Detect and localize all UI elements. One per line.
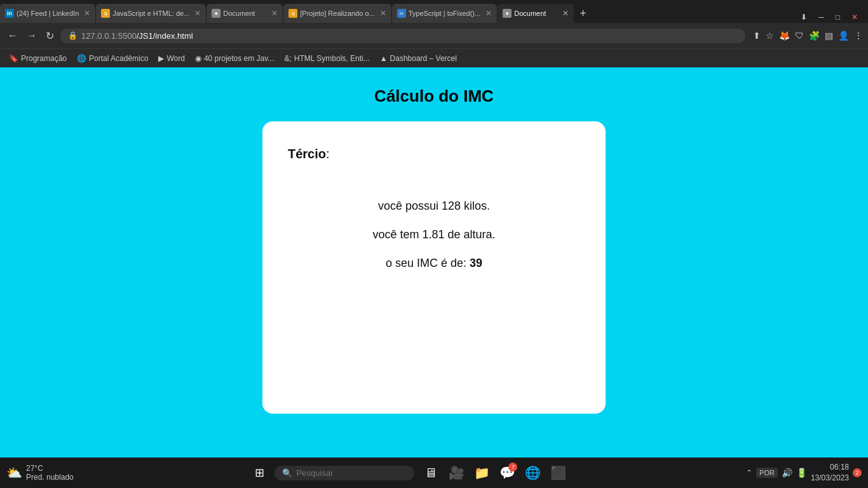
search-input[interactable] [296,468,407,478]
taskbar-right: ⌃ POR 🔊 🔋 06:18 13/03/2023 2 [746,462,862,484]
taskbar-app-meet[interactable]: 🎥 [445,461,468,484]
tab-favicon-linkedin: in [5,9,14,18]
bookmark-label-programacao: Programação [21,54,67,63]
reload-button[interactable]: ↻ [43,29,57,43]
tab-favicon-js-html: a [101,9,110,18]
bookmark-label-portal: Portal Acadêmico [89,54,148,63]
weather-condition: Pred. nublado [26,473,74,482]
forward-button[interactable]: → [24,29,39,43]
tab-favicon-doc1: ● [212,9,220,18]
bookmark-html-symbols[interactable]: &; HTML Symbols, Enti... [280,53,373,64]
tab-label-linkedin: (24) Feed | LinkedIn [17,10,79,17]
bookmark-icon-portal: 🌐 [77,54,86,63]
new-tab-button[interactable]: + [574,7,592,20]
weight-line: você possui 128 kilos. [378,200,490,213]
lock-icon: 🔒 [68,31,78,40]
bookmark-star-icon[interactable]: ☆ [766,30,774,41]
brave-shield-icon[interactable]: 🛡 [795,30,804,41]
taskbar-app-whatsapp[interactable]: 💬 7 [496,461,519,484]
page-content: Cálculo do IMC Tércio: você possui 128 k… [0,67,868,458]
weather-info: 27°C Pred. nublado [26,464,74,482]
taskbar-app-chrome[interactable]: 🌐 [521,461,544,484]
avatar-icon[interactable]: 👤 [838,30,849,41]
tab-close-typescript[interactable]: ✕ [485,9,492,18]
tab-favicon-typescript: ∞ [397,9,406,18]
tab-projeto[interactable]: a [Projeto] Realizando o... ✕ [283,4,391,23]
taskbar: ⛅ 27°C Pred. nublado ⊞ 🔍 🖥 🎥 📁 💬 7 🌐 [0,458,868,488]
clock-time: 06:18 [811,462,849,473]
bookmark-label-word: Word [166,54,184,63]
window-controls: ⬇ ─ □ ✕ [790,11,868,23]
bookmark-label-html-symbols: HTML Symbols, Enti... [294,54,370,63]
bookmark-icon-40projetos: ◉ [195,54,201,63]
toolbar-icons: ⬆ ☆ 🦊 🛡 🧩 ▤ 👤 ⋮ [753,30,863,41]
tab-label-document: Document [514,10,557,17]
tab-favicon-projeto: a [288,9,297,18]
imc-prefix: o seu IMC é de: [386,257,470,269]
start-button[interactable]: ⊞ [250,463,269,482]
taskbar-app-vscode[interactable]: ⬛ [546,461,569,484]
browser-chrome: in (24) Feed | LinkedIn ✕ a JavaScript e… [0,0,868,67]
taskbar-app-files[interactable]: 🖥 [419,461,442,484]
extensions-icon[interactable]: 🧩 [809,30,820,41]
tab-close-linkedin[interactable]: ✕ [84,9,90,18]
chevron-up-icon[interactable]: ⌃ [746,468,752,477]
bookmarks-bar: 🔖 Programação 🌐 Portal Acadêmico ▶ Word … [0,48,868,67]
address-input-wrap[interactable]: 🔒 127.0.0.1:5500/JS1/index.html [60,29,745,43]
person-name: Tércio: [288,147,330,161]
tab-linkedin[interactable]: in (24) Feed | LinkedIn ✕ [0,4,95,23]
tab-document-active[interactable]: ● Document ✕ [498,4,574,23]
menu-icon[interactable]: ⋮ [854,30,863,41]
back-button[interactable]: ← [5,29,20,43]
tab-list-button[interactable]: ⬇ [797,11,811,23]
language-indicator[interactable]: POR [756,468,778,478]
taskbar-apps: 🖥 🎥 📁 💬 7 🌐 ⬛ [419,461,569,484]
weather-widget: ⛅ 27°C Pred. nublado [6,464,74,482]
imc-line: o seu IMC é de: 39 [386,257,482,270]
tab-doc1[interactable]: ● Document ✕ [207,4,283,23]
share-icon[interactable]: ⬆ [753,30,761,41]
bookmark-label-40projetos: 40 projetos em Jav... [204,54,275,63]
notification-badge[interactable]: 2 [853,468,862,477]
search-box[interactable]: 🔍 [275,466,414,480]
search-icon: 🔍 [282,468,292,478]
maximize-button[interactable]: □ [832,11,844,23]
battery-icon[interactable]: 🔋 [796,468,807,478]
tab-label-js-html: JavaScript e HTML: de... [112,10,189,17]
tab-bar: in (24) Feed | LinkedIn ✕ a JavaScript e… [0,0,868,23]
bookmark-label-vercel: Dashboard – Vercel [390,54,457,63]
tab-label-doc1: Document [223,10,266,17]
imc-value: 39 [470,257,482,269]
tab-label-typescript: TypeScript | toFixed()... [409,10,481,17]
tab-js-html[interactable]: a JavaScript e HTML: de... ✕ [96,4,206,23]
page-title: Cálculo do IMC [374,86,494,106]
sidebar-icon[interactable]: ▤ [825,30,833,41]
bookmark-icon-html-symbols: &; [284,54,291,63]
bookmark-programacao[interactable]: 🔖 Programação [5,53,71,64]
tab-label-projeto: [Projeto] Realizando o... [300,10,374,17]
address-path: /JS1/index.html [137,31,193,41]
weather-temp: 27°C [26,464,74,473]
bookmark-40projetos[interactable]: ◉ 40 projetos em Jav... [191,53,278,64]
tab-typescript[interactable]: ∞ TypeScript | toFixed()... ✕ [392,4,498,23]
tab-close-projeto[interactable]: ✕ [380,9,386,18]
height-line: você tem 1.81 de altura. [372,228,495,241]
minimize-button[interactable]: ─ [815,11,828,23]
bookmark-portal[interactable]: 🌐 Portal Acadêmico [73,53,152,64]
tab-close-js-html[interactable]: ✕ [194,9,201,18]
clock-date: 13/03/2023 [811,473,849,484]
taskbar-left: ⛅ 27°C Pred. nublado [6,464,74,482]
bookmark-vercel[interactable]: ▲ Dashboard – Vercel [376,53,461,64]
imc-card: Tércio: você possui 128 kilos. você tem … [262,121,606,414]
address-text[interactable]: 127.0.0.1:5500/JS1/index.html [81,31,738,41]
whatsapp-badge: 7 [508,463,517,471]
bookmark-word[interactable]: ▶ Word [154,53,188,64]
weather-icon: ⛅ [6,465,22,480]
close-button[interactable]: ✕ [848,11,862,23]
tab-close-doc1[interactable]: ✕ [271,9,278,18]
taskbar-app-explorer[interactable]: 📁 [470,461,493,484]
extension-fox-icon[interactable]: 🦊 [779,30,790,41]
volume-icon[interactable]: 🔊 [782,468,792,478]
tab-close-document[interactable]: ✕ [562,9,569,18]
bookmark-icon-programacao: 🔖 [9,54,18,63]
